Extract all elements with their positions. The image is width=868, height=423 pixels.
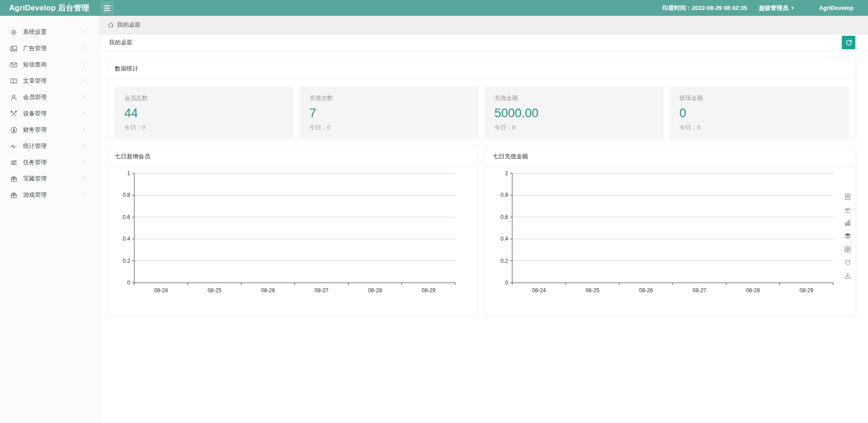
data-view-icon-button[interactable]: [844, 193, 851, 200]
svg-text:08-28: 08-28: [746, 287, 760, 294]
sidebar-item-9[interactable]: 任务管理: [0, 154, 99, 171]
sidebar-toggle-button[interactable]: [100, 1, 114, 14]
breadcrumb-bar: 我的桌面: [99, 16, 868, 34]
gift-icon: [10, 191, 18, 199]
charts-row: 七日新增会员00.20.40.60.8108-2408-2508-2608-27…: [107, 146, 856, 316]
sliders-icon: [10, 159, 18, 166]
stat-card: 会员总数44今日：0: [114, 86, 293, 138]
sidebar-item-label: 系统设置: [23, 28, 47, 36]
hamburger-icon: [104, 5, 110, 11]
chart-canvas: 00.20.40.60.8108-2408-2508-2608-2708-280…: [107, 167, 478, 314]
chevron-left-icon: [83, 78, 87, 84]
sidebar-item-label: 文章管理: [23, 77, 47, 85]
main-content: 数据统计 会员总数44今日：0充值次数7今日：0充值金额5000.00今日：0提…: [99, 51, 868, 423]
restore-icon-button[interactable]: [844, 259, 851, 266]
sidebar-item-6[interactable]: 设备管理: [0, 105, 99, 122]
sidebar-item-8[interactable]: 统计管理: [0, 138, 99, 154]
user-icon: [10, 94, 18, 101]
stat-card-today: 今日：0: [124, 124, 283, 132]
save-image-icon-button[interactable]: [844, 272, 851, 279]
sidebar-item-5[interactable]: 会员管理: [0, 89, 99, 105]
user-menu[interactable]: 超级管理员 ▼: [759, 4, 795, 12]
stat-card-value: 7: [309, 106, 468, 120]
sidebar-item-11[interactable]: 游戏管理: [0, 187, 99, 203]
chart-canvas: 00.20.40.60.8108-2408-2508-2608-2708-280…: [485, 167, 856, 314]
top-header: AgriDevelop 后台管理 印度时间：2022-08-29 08:42:3…: [0, 0, 868, 16]
tiled-icon-button[interactable]: [844, 246, 851, 253]
header-right: 印度时间：2022-08-29 08:42:35 超级管理员 ▼ AgriDev…: [662, 4, 854, 12]
svg-text:08-25: 08-25: [585, 287, 599, 294]
bar-chart-icon-button[interactable]: [844, 219, 851, 227]
stat-card: 提现金额0今日：0: [670, 86, 849, 138]
svg-text:08-29: 08-29: [421, 287, 435, 294]
sidebar-item-label: 广告管理: [23, 44, 47, 52]
chart-panel-1: 七日新增会员00.20.40.60.8108-2408-2508-2608-27…: [107, 146, 478, 316]
svg-text:0: 0: [505, 280, 508, 286]
chevron-down-icon: ▼: [791, 6, 795, 10]
server-time-label: 印度时间：2022-08-29 08:42:35: [662, 4, 747, 12]
stat-card-value: 0: [679, 106, 839, 120]
tiled-icon: [844, 246, 851, 253]
stat-card-label: 会员总数: [124, 94, 283, 102]
stat-card-value: 5000.00: [495, 106, 654, 120]
sidebar-item-label: 统计管理: [23, 142, 47, 150]
svg-text:08-26: 08-26: [639, 287, 653, 294]
chevron-left-icon: [83, 127, 87, 133]
svg-text:08-24: 08-24: [154, 287, 168, 294]
chart-title: 七日新增会员: [107, 146, 478, 167]
app-title: AgriDevelop 后台管理: [9, 3, 90, 13]
refresh-button[interactable]: [842, 36, 855, 49]
chart-toolbox: [844, 193, 851, 279]
sidebar-item-10[interactable]: 宝藏管理: [0, 171, 99, 187]
book-icon: [10, 77, 18, 85]
brand-link[interactable]: AgriDevelop: [819, 5, 854, 11]
tab-my-desktop[interactable]: 我的桌面: [109, 38, 132, 47]
svg-text:08-27: 08-27: [693, 287, 707, 294]
sidebar-nav: 系统设置广告管理短信查询文章管理会员管理设备管理$财务管理统计管理任务管理宝藏管…: [0, 16, 99, 423]
data-view-icon: [844, 193, 851, 200]
line-chart-icon-button[interactable]: [844, 206, 851, 214]
breadcrumb[interactable]: 我的桌面: [108, 21, 141, 29]
stat-card-today: 今日：0: [679, 124, 839, 132]
svg-text:0.2: 0.2: [123, 258, 130, 264]
save-image-icon: [844, 272, 851, 279]
sidebar-item-3[interactable]: 短信查询: [0, 57, 99, 73]
sidebar-item-label: 设备管理: [23, 109, 47, 118]
stats-panel-title: 数据统计: [107, 58, 856, 79]
sidebar-item-label: 任务管理: [23, 158, 47, 166]
dollar-icon: $: [10, 126, 18, 134]
sidebar-item-1[interactable]: 系统设置: [0, 24, 99, 40]
svg-text:08-29: 08-29: [799, 287, 813, 294]
svg-text:0.6: 0.6: [500, 214, 508, 220]
stat-card-value: 44: [124, 106, 283, 120]
svg-text:08-24: 08-24: [532, 287, 546, 294]
chevron-left-icon: [83, 29, 87, 35]
stack-icon-button[interactable]: [844, 233, 851, 240]
home-icon: [108, 22, 114, 28]
sidebar-item-2[interactable]: 广告管理: [0, 40, 99, 57]
svg-text:08-27: 08-27: [315, 287, 329, 294]
stack-icon: [844, 233, 851, 240]
chevron-left-icon: [83, 160, 87, 165]
svg-text:0.4: 0.4: [500, 236, 508, 242]
svg-text:0.2: 0.2: [500, 258, 508, 264]
refresh-icon: [845, 39, 853, 47]
sidebar-item-4[interactable]: 文章管理: [0, 73, 99, 89]
chart-title: 七日充值金额: [485, 146, 856, 167]
stat-card: 充值次数7今日：0: [299, 86, 478, 138]
line-chart-icon: [844, 206, 851, 214]
breadcrumb-label: 我的桌面: [117, 21, 141, 29]
chevron-left-icon: [83, 111, 87, 116]
stat-card-label: 充值次数: [309, 94, 468, 102]
svg-text:08-26: 08-26: [261, 287, 275, 294]
tab-bar: 我的桌面: [99, 34, 868, 51]
svg-text:0.8: 0.8: [123, 192, 130, 198]
image-icon: [10, 45, 18, 52]
stats-cards: 会员总数44今日：0充值次数7今日：0充值金额5000.00今日：0提现金额0今…: [107, 79, 856, 146]
chevron-left-icon: [83, 95, 87, 100]
envelope-icon: [10, 61, 18, 69]
admin-dashboard: AgriDevelop 后台管理 印度时间：2022-08-29 08:42:3…: [0, 0, 868, 423]
gift-icon: [10, 175, 18, 183]
stat-card-label: 充值金额: [495, 94, 654, 102]
sidebar-item-7[interactable]: $财务管理: [0, 122, 99, 138]
